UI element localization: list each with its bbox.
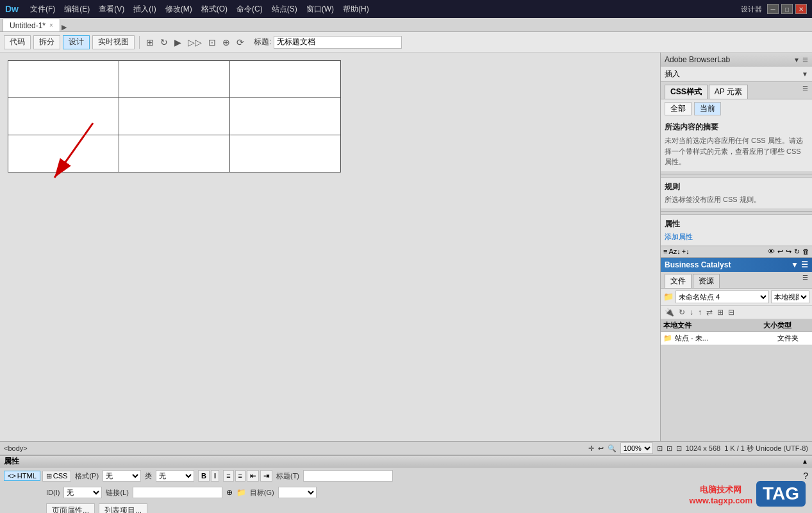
az-icon[interactable]: Az↓ <box>668 248 680 255</box>
props-row-2: ID(I) 无 链接(L) ⊕ 📁 目标(G) <box>4 487 808 498</box>
html-type-button[interactable]: <> HTML <box>4 471 40 481</box>
panel-right-arrow[interactable]: ▶ <box>62 23 67 31</box>
props-row-3: 页面属性... 列表项目... <box>4 503 808 513</box>
link-icon[interactable]: ⊕ <box>226 488 233 497</box>
watermark: 电脑技术网 www.tagxp.com TAG <box>689 481 806 507</box>
back-icon[interactable]: ↩ <box>777 248 783 256</box>
preview-icon-btn[interactable]: ▶ <box>172 36 183 49</box>
watermark-line1: 电脑技术网 <box>689 485 752 496</box>
bold-button[interactable]: B <box>198 470 210 482</box>
plus-icon[interactable]: +↓ <box>682 248 690 255</box>
sort-icon[interactable]: ≡ <box>663 248 667 255</box>
menu-view[interactable]: 查看(V) <box>95 3 128 16</box>
tab-close-icon[interactable]: × <box>49 22 53 29</box>
page-icon-2[interactable]: ⊡ <box>667 444 672 453</box>
target-selector[interactable] <box>278 487 317 498</box>
class-selector[interactable]: 无 <box>156 470 194 482</box>
refresh-files-icon[interactable]: ↻ <box>677 307 686 317</box>
css-type-button[interactable]: ⊞ CSS <box>42 471 72 482</box>
menu-help[interactable]: 帮助(H) <box>339 3 373 16</box>
all-button[interactable]: 全部 <box>665 102 692 115</box>
link-input[interactable] <box>133 487 222 498</box>
menu-format[interactable]: 格式(O) <box>197 3 231 16</box>
props-expand-icon[interactable]: ▲ <box>802 458 808 465</box>
italic-button[interactable]: I <box>211 470 219 482</box>
bc-collapse-icon[interactable]: ▼ <box>791 260 799 269</box>
rule-text: 所选标签没有应用 CSS 规则。 <box>665 195 808 205</box>
css-icon: ⊞ <box>46 472 52 480</box>
inspect-icon-btn[interactable]: ⊕ <box>220 36 232 49</box>
browse-icon[interactable]: 📁 <box>236 488 246 497</box>
list-item-button[interactable]: 列表项目... <box>99 503 147 513</box>
sync-icon[interactable]: ⇄ <box>705 307 714 317</box>
trash-icon[interactable]: 🗑 <box>802 248 809 256</box>
page-icon-1[interactable]: ⊡ <box>657 444 663 453</box>
resource-tab[interactable]: 资源 <box>693 274 720 288</box>
page-icon-3[interactable]: ⊡ <box>676 444 682 453</box>
ordered-list-button[interactable]: ≡ <box>235 470 245 482</box>
page-props-button[interactable]: 页面属性... <box>46 503 95 513</box>
maximize-button[interactable]: □ <box>781 4 793 14</box>
menu-insert[interactable]: 插入(I) <box>129 3 160 16</box>
code-button[interactable]: 代码 <box>4 35 31 49</box>
close-button[interactable]: ✕ <box>795 4 807 14</box>
design-canvas[interactable] <box>8 60 341 172</box>
minimize-button[interactable]: ─ <box>767 4 779 14</box>
file-panel-menu-icon[interactable]: ☰ <box>802 274 808 288</box>
id-selector[interactable]: 无 <box>63 487 102 498</box>
bc-menu-icon[interactable]: ☰ <box>801 260 808 269</box>
refresh2-icon-btn[interactable]: ⟳ <box>235 36 246 49</box>
collapse-icon[interactable]: ⊟ <box>727 307 736 317</box>
size-header: 大小 <box>745 321 777 330</box>
indent-button[interactable]: ⇥ <box>260 470 272 482</box>
insert-arrow-icon[interactable]: ▼ <box>802 71 808 78</box>
tools-icon-btn[interactable]: ⊡ <box>206 36 218 49</box>
refresh-icon-btn[interactable]: ↻ <box>158 36 170 49</box>
download-icon[interactable]: ↓ <box>688 307 695 317</box>
menu-window[interactable]: 窗口(W) <box>302 3 338 16</box>
file-tab[interactable]: 文件 <box>665 274 692 288</box>
add-attr-link[interactable]: 添加属性 <box>665 232 808 242</box>
browserlab-collapse-icon[interactable]: ▼ <box>793 56 800 63</box>
format-selector[interactable]: 无 <box>103 470 141 482</box>
forward-icon[interactable]: ↪ <box>786 248 791 256</box>
site-selector[interactable]: 未命名站点 4 <box>675 290 769 303</box>
ap-tab[interactable]: AP 元素 <box>709 85 748 99</box>
browserlab-menu-icon[interactable]: ☰ <box>802 56 808 63</box>
heading-input[interactable] <box>303 470 393 482</box>
refresh-icon[interactable]: ↻ <box>794 248 800 256</box>
document-tab[interactable]: Untitled-1* × <box>3 19 60 31</box>
menu-modify[interactable]: 修改(M) <box>162 3 196 16</box>
zoom-icon[interactable]: 🔍 <box>608 444 617 453</box>
menu-command[interactable]: 命令(C) <box>233 3 267 16</box>
debug-icon-btn[interactable]: ▷▷ <box>186 36 204 49</box>
menu-file[interactable]: 文件(F) <box>26 3 59 16</box>
outdent-button[interactable]: ⇤ <box>247 470 259 482</box>
help-icon[interactable]: ? <box>803 471 808 481</box>
link-label: 链接(L) <box>106 488 128 498</box>
view-selector[interactable]: 本地视图 <box>771 290 809 303</box>
css-panel-menu-icon[interactable]: ☰ <box>802 85 808 99</box>
menu-site[interactable]: 站点(S) <box>268 3 301 16</box>
design-button[interactable]: 设计 <box>63 35 90 49</box>
menu-edit[interactable]: 编辑(E) <box>60 3 94 16</box>
cursor-icon[interactable]: ✛ <box>588 444 594 453</box>
watermark-line2: www.tagxp.com <box>689 496 752 507</box>
current-button[interactable]: 当前 <box>694 102 721 115</box>
file-list-item[interactable]: 📁 站点 - 未... 文件夹 <box>661 332 812 345</box>
eye-icon[interactable]: 👁 <box>768 248 775 256</box>
zoom-selector[interactable]: 100% <box>620 442 653 454</box>
copy-icon-btn[interactable]: ⊞ <box>144 36 156 49</box>
undo-icon[interactable]: ↩ <box>598 444 604 453</box>
connect-icon[interactable]: 🔌 <box>663 307 675 317</box>
css-tab[interactable]: CSS样式 <box>665 85 708 99</box>
title-input[interactable] <box>274 36 402 49</box>
body-tag[interactable]: <body> <box>4 444 28 452</box>
split-button[interactable]: 拆分 <box>33 35 60 49</box>
live-view-button[interactable]: 实时视图 <box>92 35 135 49</box>
expand-icon[interactable]: ⊞ <box>716 307 725 317</box>
right-panel: Adobe BrowserLab ▼ ☰ 插入 ▼ CSS样式 AP 元素 ☰ … <box>660 53 812 441</box>
upload-icon[interactable]: ↑ <box>697 307 703 317</box>
unordered-list-button[interactable]: ≡ <box>223 470 233 482</box>
table-cell <box>119 135 230 172</box>
